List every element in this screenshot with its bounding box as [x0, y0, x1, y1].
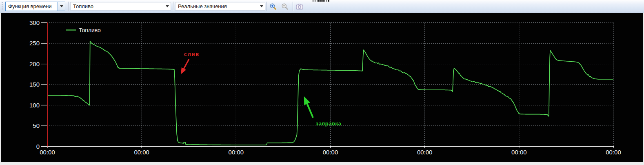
toolbar: Функция времени Топливо Реальные значени… [0, 0, 644, 13]
legend-label: Топливо [79, 27, 101, 33]
magnifier-plus-icon [269, 3, 277, 10]
function-combobox[interactable]: Функция времени [5, 2, 65, 11]
x-axis-label: 00:00 [606, 149, 621, 156]
app-window: Функция времени Топливо Реальные значени… [0, 0, 644, 165]
fuel-time-plot[interactable]: 05010015020025030000:0000:0000:0000:0000… [1, 13, 643, 162]
y-axis-label: 250 [29, 40, 40, 47]
x-axis-label: 00:00 [134, 149, 149, 156]
zoom-in-button[interactable] [268, 2, 278, 11]
annotation-label: заправка [316, 120, 342, 127]
x-axis-label: 00:00 [417, 149, 433, 156]
function-combobox-value: Функция времени [6, 3, 58, 9]
legend: Топливо [66, 27, 101, 33]
y-axis-label: 0 [36, 143, 40, 150]
y-axis-label: 50 [33, 122, 40, 129]
toolbar-separator [68, 2, 69, 11]
chevron-down-icon[interactable] [258, 2, 265, 10]
series-combobox[interactable]: Топливо [70, 2, 171, 11]
annotation-drain: слив [182, 51, 200, 73]
toolbar-separator [266, 2, 267, 11]
toolbar-grip-handle[interactable] [2, 2, 3, 11]
snapshot-button[interactable] [294, 2, 304, 11]
camera-icon [295, 3, 304, 10]
y-axis-label: 300 [29, 19, 40, 26]
x-axis-label: 00:00 [229, 149, 244, 156]
chevron-down-icon[interactable] [58, 2, 65, 11]
y-axis-label: 200 [29, 60, 40, 67]
y-axis-label: 150 [29, 81, 40, 88]
annotation-refuel: заправка [305, 98, 341, 127]
annotation-label: слив [184, 51, 200, 57]
chart-area[interactable]: 05010015020025030000:0000:0000:0000:0000… [1, 13, 643, 162]
axes: 05010015020025030000:0000:0000:0000:0000… [29, 19, 621, 156]
toolbar-separator [293, 2, 293, 11]
chevron-down-icon[interactable] [164, 2, 171, 10]
y-axis-label: 100 [29, 102, 40, 109]
x-axis-label: 00:00 [511, 149, 527, 156]
toolbar-separator [173, 2, 174, 11]
x-axis-label: 00:00 [40, 149, 55, 156]
series-combobox-value: Топливо [71, 3, 164, 9]
magnifier-minus-icon [281, 3, 289, 10]
values-mode-combobox[interactable]: Реальные значения [175, 2, 265, 11]
dock-dots-icon [313, 0, 330, 2]
grid [47, 23, 613, 147]
values-mode-combobox-value: Реальные значения [175, 3, 258, 9]
zoom-out-button[interactable] [280, 2, 290, 11]
x-axis-label: 00:00 [323, 149, 338, 156]
